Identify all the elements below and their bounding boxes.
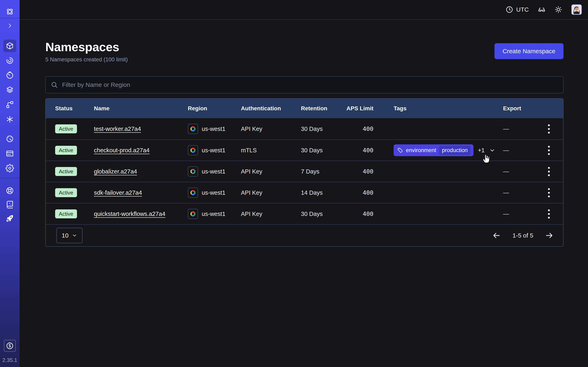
user-avatar[interactable] (571, 4, 582, 15)
sidebar-expand-chevron-icon[interactable] (3, 21, 16, 30)
aps-limit-cell: 400 (346, 147, 373, 154)
col-region: Region (188, 105, 241, 112)
chevron-down-icon[interactable] (489, 147, 495, 153)
tag-value: production (439, 146, 471, 155)
search-input[interactable] (45, 76, 563, 93)
create-namespace-button[interactable]: Create Namespace (494, 43, 563, 59)
namespace-link[interactable]: quickstart-workflows.a27a4 (94, 211, 165, 217)
sidebar-item-deployments[interactable] (3, 98, 16, 111)
retention-cell: 14 Days (301, 189, 346, 196)
main-content: Namespaces 5 Namespaces created (100 lim… (20, 20, 588, 367)
gcp-cloud-icon (188, 209, 198, 219)
tags-cell: environment production +1 (373, 144, 503, 156)
aps-limit-cell: 400 (346, 168, 373, 175)
row-menu-kebab-icon[interactable] (544, 208, 554, 220)
arrow-left-icon (492, 231, 501, 240)
gcp-cloud-icon (188, 124, 198, 134)
retention-cell: 7 Days (301, 168, 346, 175)
next-page-button[interactable] (545, 231, 554, 240)
tag-pill[interactable]: environment production (394, 144, 474, 156)
sidebar-item-schedules[interactable] (3, 69, 16, 82)
row-menu-kebab-icon[interactable] (544, 123, 554, 135)
gcp-cloud-icon (188, 145, 198, 155)
export-cell: — (503, 147, 544, 154)
col-tags: Tags (373, 105, 503, 112)
namespaces-table: Status Name Region Authentication Retent… (45, 98, 563, 247)
temporal-logo-icon[interactable] (3, 5, 16, 18)
sidebar-item-usage[interactable] (3, 133, 16, 145)
sidebar-item-support[interactable] (3, 184, 16, 197)
region-cell: us-west1 (188, 166, 241, 176)
namespace-link[interactable]: sdk-failover.a27a4 (94, 189, 142, 196)
namespace-link[interactable]: test-worker.a27a4 (94, 125, 141, 132)
sidebar-nav-help (3, 184, 16, 225)
auth-cell: API Key (241, 125, 301, 132)
credits-badge-button[interactable] (4, 340, 16, 352)
rocket-icon (6, 214, 14, 223)
tags-more-count[interactable]: +1 (478, 147, 485, 154)
row-menu-kebab-icon[interactable] (544, 187, 554, 199)
sidebar-nav-primary (3, 40, 16, 125)
gcp-cloud-icon (188, 166, 198, 176)
namespace-link[interactable]: checkout-prod.a27a4 (94, 147, 149, 154)
dollar-seal-icon (6, 342, 14, 350)
page-subtitle: 5 Namespaces created (100 limit) (45, 57, 128, 63)
col-export: Export (503, 105, 544, 112)
sidebar-item-billing[interactable] (3, 147, 16, 160)
table-row: Active globalizer.a27a4 us-west1 API Key… (46, 161, 563, 182)
export-cell: — (503, 189, 544, 196)
region-label: us-west1 (202, 211, 225, 217)
retention-cell: 30 Days (301, 211, 346, 217)
row-menu-kebab-icon[interactable] (544, 165, 554, 178)
region-cell: us-west1 (188, 145, 241, 155)
search-icon (51, 81, 58, 89)
status-badge: Active (55, 146, 77, 155)
table-row: Active checkout-prod.a27a4 us-west1 mTLS… (46, 140, 563, 161)
tag-key: environment (406, 147, 436, 154)
row-menu-kebab-icon[interactable] (544, 144, 554, 156)
pagination-range: 1-5 of 5 (512, 232, 533, 239)
sidebar-item-workflows[interactable] (3, 54, 16, 67)
col-status: Status (55, 105, 94, 112)
table-body: Active test-worker.a27a4 us-west1 API Ke… (46, 118, 563, 224)
region-label: us-west1 (202, 189, 225, 196)
region-cell: us-west1 (188, 209, 241, 219)
table-row: Active sdk-failover.a27a4 us-west1 API K… (46, 182, 563, 203)
timezone-label: UTC (516, 6, 529, 13)
table-footer: 10 1-5 of 5 (46, 224, 563, 246)
timezone-button[interactable]: UTC (506, 6, 529, 13)
auth-cell: API Key (241, 189, 301, 196)
sidebar: 2.35.1 (0, 0, 20, 367)
layers-icon (6, 86, 14, 94)
app-root: 2.35.1 UTC Namespaces 5 Namespaces cre (0, 0, 588, 367)
region-cell: us-west1 (188, 124, 241, 134)
branch-icon (6, 100, 14, 109)
pagination: 1-5 of 5 (492, 231, 554, 240)
aps-limit-cell: 400 (346, 189, 373, 196)
sidebar-item-batch[interactable] (3, 83, 16, 96)
region-label: us-west1 (202, 147, 225, 154)
sidebar-item-getting-started[interactable] (3, 212, 16, 225)
export-cell: — (503, 125, 544, 132)
retention-cell: 30 Days (301, 147, 346, 154)
sidebar-divider (0, 178, 20, 178)
region-cell: us-west1 (188, 188, 241, 198)
sidebar-item-namespaces[interactable] (3, 40, 16, 52)
theme-toggle-button[interactable] (554, 6, 562, 13)
previous-page-button[interactable] (492, 231, 501, 240)
sidebar-item-settings[interactable] (3, 162, 16, 175)
sidebar-item-docs[interactable] (3, 198, 16, 211)
table-header: Status Name Region Authentication Retent… (46, 99, 563, 118)
page-size-value: 10 (62, 232, 68, 239)
spiral-circle-icon (6, 56, 14, 65)
labs-glasses-button[interactable] (538, 6, 545, 13)
page-size-select[interactable]: 10 (56, 228, 82, 243)
region-label: us-west1 (202, 168, 225, 175)
namespace-link[interactable]: globalizer.a27a4 (94, 168, 137, 175)
col-aps-limit: APS Limit (346, 105, 373, 112)
auth-cell: API Key (241, 168, 301, 175)
sidebar-divider (0, 18, 20, 18)
sidebar-item-nexus[interactable] (3, 113, 16, 125)
auth-cell: mTLS (241, 147, 301, 154)
status-badge: Active (55, 124, 77, 133)
